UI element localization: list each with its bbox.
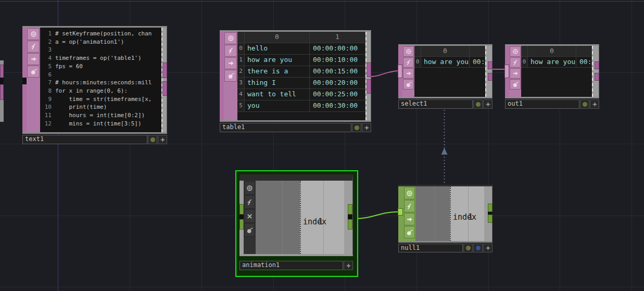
null1-viewer-indicator-button[interactable] (463, 244, 473, 252)
cook-flag-button[interactable] (27, 66, 40, 78)
table1-output-connector[interactable] (367, 62, 371, 77)
grid-line (560, 0, 560, 291)
node-text1[interactable]: 1# setKeyframe(position, chan 2a = op('a… (22, 26, 167, 134)
text1-output-connector[interactable] (162, 81, 167, 96)
code-line: 9 time = str(timeframes[x, (41, 95, 160, 104)
bypass-flag-button[interactable] (510, 57, 521, 68)
animation1-name-field[interactable]: animation1 (239, 261, 343, 270)
table1-viewer-indicator-button[interactable] (352, 123, 361, 132)
text1-input-connector-gap (22, 78, 27, 84)
dock-flag-button[interactable] (404, 213, 415, 225)
viewer-flag-button[interactable] (244, 181, 255, 195)
row-index-cell: 3 (237, 78, 245, 88)
channel-separator (282, 181, 283, 254)
offscreen-output-connector[interactable] (0, 65, 4, 78)
offscreen-output-connector[interactable] (0, 84, 4, 100)
bypass-flag-button[interactable] (404, 200, 415, 212)
text1-output-connector[interactable] (162, 62, 167, 78)
dock-flag-button[interactable] (510, 68, 521, 79)
cook-flag-button[interactable] (244, 223, 255, 237)
line-number: 3 (41, 46, 52, 54)
null1-output-connector[interactable] (488, 214, 493, 223)
viewer-flag-button[interactable] (27, 28, 40, 40)
column-header: 0 (421, 46, 470, 56)
null1-left-edge (398, 186, 403, 241)
table-cell: how are you (528, 57, 576, 67)
arrow-right-icon (30, 56, 37, 62)
select1-output-connector[interactable] (488, 61, 493, 69)
cook-flag-button[interactable] (224, 70, 237, 82)
select1-name-field[interactable]: select1 (398, 99, 473, 109)
bypass-flag-button[interactable] (244, 195, 255, 209)
text1-viewer-indicator-button[interactable] (148, 135, 157, 144)
channel-name: index (453, 212, 476, 222)
arrow-right-icon (406, 216, 413, 223)
table1-name-bar: table1 (220, 123, 371, 132)
bomb-icon (406, 81, 412, 87)
null1-right-edge (484, 186, 492, 241)
table1-flags (224, 32, 237, 120)
node-null1[interactable]: 1 index (398, 185, 493, 243)
viewer-flag-button[interactable] (510, 46, 521, 57)
node-animation1[interactable]: 1 index (239, 174, 353, 256)
null1-name-field[interactable]: null1 (398, 244, 463, 252)
text1-expand-button[interactable] (158, 135, 167, 144)
out1-name-field[interactable]: out1 (505, 99, 579, 109)
select1-viewer-indicator-button[interactable] (473, 99, 483, 109)
line-number: 2 (41, 38, 52, 46)
out1-output-connector[interactable] (595, 73, 599, 81)
close-flag-button[interactable] (244, 209, 255, 223)
bypass-flag-button[interactable] (403, 57, 414, 68)
animation1-output-connector[interactable] (348, 219, 352, 230)
cook-flag-button[interactable] (510, 79, 521, 90)
viewer-flag-button[interactable] (224, 32, 237, 44)
out1-viewer-indicator-button[interactable] (580, 99, 589, 109)
animation1-input-connector[interactable] (239, 204, 244, 214)
channel-label: 1 index (450, 212, 476, 222)
select1-expand-button[interactable] (483, 99, 493, 109)
animation1-output-connector[interactable] (348, 204, 352, 214)
cook-flag-button[interactable] (404, 226, 415, 238)
table-row: 3 thing I 00:00:20:00 (237, 78, 365, 89)
table1-expand-button[interactable] (362, 123, 371, 132)
cook-flag-button[interactable] (403, 79, 414, 90)
select1-name-bar: select1 (398, 99, 493, 109)
row-index-cell: 0 (521, 57, 528, 67)
table-row: 1 how are you 00:00:10:00 (237, 55, 365, 66)
animation1-input-connector[interactable] (239, 219, 244, 230)
null1-output-connector[interactable] (488, 204, 493, 212)
viewer-flag-button[interactable] (404, 187, 415, 199)
text1-right-edge (161, 28, 167, 132)
bomb-icon (228, 72, 234, 79)
table1-output-connector[interactable] (367, 79, 371, 94)
row-index-cell: 2 (237, 66, 245, 77)
bypass-flag-button[interactable] (27, 41, 40, 53)
node-select1[interactable]: 0 0 how are you 00:0 (398, 44, 493, 98)
table-cell: 00:00:15:00 (310, 66, 365, 77)
null1-flags (403, 186, 415, 241)
viewer-flag-button[interactable] (403, 46, 414, 57)
dock-flag-button[interactable] (403, 68, 414, 79)
null1-export-indicator-button[interactable] (473, 244, 483, 252)
animation1-left-edge (239, 181, 244, 254)
out1-expand-button[interactable] (590, 99, 599, 109)
corner-cell (414, 46, 421, 56)
node-out1[interactable]: 0 0 how are you 00:0 (505, 44, 599, 98)
null1-input-connector[interactable] (398, 208, 403, 216)
table1-name-field[interactable]: table1 (220, 123, 351, 132)
bypass-flag-button[interactable] (224, 45, 237, 57)
channel-name: index (303, 217, 326, 226)
plus-star-icon (364, 125, 370, 131)
dock-flag-button[interactable] (224, 57, 237, 69)
table-cell: there is a (245, 66, 310, 77)
select1-input-connector[interactable] (398, 65, 402, 78)
out1-output-connector[interactable] (595, 61, 599, 69)
animation1-expand-button[interactable] (344, 261, 353, 270)
select1-output-connector[interactable] (488, 73, 493, 81)
node-table1[interactable]: 0 1 0 hello 00:00:00:00 1 how are you 00… (220, 30, 371, 122)
table-row: 0 hello 00:00:00:00 (237, 43, 365, 55)
text1-name-field[interactable]: text1 (22, 135, 147, 144)
null1-expand-button[interactable] (483, 244, 493, 252)
dock-flag-button[interactable] (27, 53, 40, 65)
out1-input-connector[interactable] (504, 65, 509, 78)
